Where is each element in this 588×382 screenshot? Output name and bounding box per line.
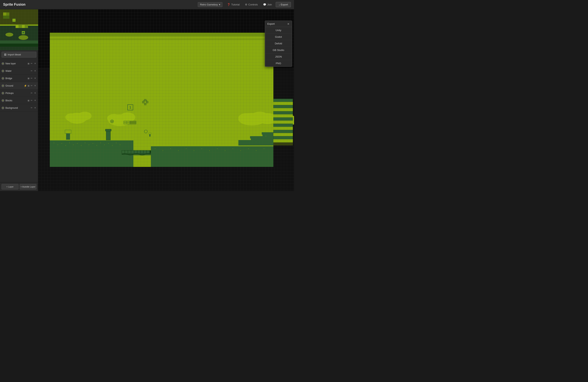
layer-actions: ▦ ✏ ✕ <box>28 77 36 80</box>
svg-point-16 <box>5 33 13 37</box>
layer-edit-icon[interactable]: ✏ <box>30 70 33 72</box>
join-button[interactable]: 💬 Join <box>262 2 273 7</box>
svg-rect-85 <box>238 138 251 140</box>
canvas-area[interactable]: 1 <box>38 9 294 191</box>
project-selector[interactable]: Retro Gameboy ▾ <box>198 2 222 7</box>
layer-visibility-toggle[interactable]: ● <box>1 106 4 109</box>
layer-delete-icon[interactable]: ✕ <box>34 77 36 80</box>
svg-rect-90 <box>131 150 134 153</box>
svg-rect-88 <box>125 150 128 153</box>
svg-rect-84 <box>238 139 251 146</box>
svg-rect-54 <box>96 145 97 146</box>
layer-name: Pickups <box>5 92 29 95</box>
svg-rect-70 <box>201 149 202 149</box>
export-dropdown-title: Export <box>267 22 275 25</box>
layer-actions: ✏ ✕ <box>30 92 36 94</box>
svg-rect-45 <box>62 143 62 144</box>
svg-rect-5 <box>3 12 6 16</box>
layer-edit-icon[interactable]: ✏ <box>30 62 33 65</box>
svg-rect-15 <box>25 25 28 28</box>
export-option-png[interactable]: PNG <box>265 60 292 66</box>
layer-delete-icon[interactable]: ✕ <box>34 106 36 109</box>
svg-rect-48 <box>73 145 74 145</box>
svg-rect-56 <box>104 145 105 145</box>
layer-actions: ✏ ✕ <box>30 106 36 109</box>
controls-button[interactable]: ⚙ Controls <box>243 2 259 7</box>
svg-rect-118 <box>66 133 70 140</box>
svg-rect-89 <box>128 150 131 153</box>
layer-edit-icon[interactable]: ✏ <box>30 99 33 102</box>
main-layout: 1 🖼 Import tileset <box>0 9 294 191</box>
svg-rect-77 <box>256 150 256 151</box>
svg-rect-134 <box>273 133 293 136</box>
svg-rect-127 <box>273 111 293 114</box>
export-close-button[interactable]: ✕ <box>287 22 290 25</box>
layer-edit-icon[interactable]: ✏ <box>30 77 33 80</box>
layer-visibility-toggle[interactable]: ● <box>1 99 4 102</box>
svg-rect-119 <box>65 130 71 133</box>
svg-rect-76 <box>248 149 249 149</box>
svg-rect-65 <box>163 150 163 151</box>
svg-point-116 <box>111 121 113 122</box>
layer-item: ● Background ✏ ✕ <box>0 104 38 112</box>
svg-rect-50 <box>81 145 82 146</box>
layer-grid-icon: ▦ <box>28 63 29 64</box>
svg-rect-108 <box>142 101 144 103</box>
svg-rect-136 <box>273 139 293 142</box>
export-option-json[interactable]: JSON <box>265 53 292 60</box>
svg-rect-69 <box>194 150 194 151</box>
layer-delete-icon[interactable]: ✕ <box>34 70 36 72</box>
app-logo: Sprite Fusion <box>3 2 25 7</box>
layer-visibility-toggle[interactable]: ● <box>1 77 4 80</box>
layer-visibility-toggle[interactable]: ● <box>1 62 4 65</box>
layer-name: Blocks <box>5 99 26 102</box>
svg-rect-66 <box>170 149 171 149</box>
controls-icon: ⚙ <box>245 3 247 6</box>
svg-rect-111 <box>144 103 146 105</box>
layer-item: ● Pickups ✏ ✕ <box>0 89 38 97</box>
layer-visibility-toggle[interactable]: ● <box>1 92 4 95</box>
export-option-defold[interactable]: Defold <box>265 40 292 47</box>
layer-name: Background <box>5 106 29 109</box>
import-tileset-button[interactable]: 🖼 Import tileset <box>1 52 36 58</box>
layer-delete-icon[interactable]: ✕ <box>34 99 36 102</box>
svg-rect-80 <box>262 131 273 132</box>
svg-rect-130 <box>273 121 293 124</box>
layer-delete-icon[interactable]: ✕ <box>34 85 36 87</box>
export-option-unity[interactable]: Unity <box>265 27 292 34</box>
layer-edit-icon[interactable]: ✏ <box>30 106 33 109</box>
add-layer-button[interactable]: + Layer <box>1 184 19 190</box>
layer-item: ● Water ✏ ✕ <box>0 67 38 75</box>
layer-delete-icon[interactable]: ✕ <box>34 62 36 65</box>
svg-rect-59 <box>116 143 116 143</box>
svg-rect-81 <box>266 136 266 136</box>
svg-rect-58 <box>112 145 113 146</box>
chevron-down-icon: ▾ <box>219 3 220 6</box>
export-button[interactable]: ↓ Export <box>276 2 291 7</box>
export-option-gbstudio[interactable]: GB Studio <box>265 47 292 53</box>
svg-point-31 <box>65 113 77 121</box>
layer-actions: ✏ ✕ <box>30 70 36 72</box>
svg-rect-57 <box>108 143 109 144</box>
layer-edit-icon[interactable]: ✏ <box>30 85 33 87</box>
svg-rect-133 <box>273 130 293 133</box>
svg-rect-62 <box>151 146 273 167</box>
project-name: Retro Gameboy <box>200 3 218 6</box>
layer-visibility-toggle[interactable]: ● <box>1 85 4 87</box>
svg-rect-79 <box>262 131 273 146</box>
tutorial-button[interactable]: ❓ Tutorial <box>226 2 241 7</box>
layer-edit-icon[interactable]: ✏ <box>30 92 33 94</box>
layer-visibility-toggle[interactable]: ● <box>1 70 4 72</box>
layer-name: Ground <box>5 85 23 87</box>
svg-rect-71 <box>209 150 210 151</box>
svg-rect-55 <box>100 143 101 143</box>
svg-rect-12 <box>16 25 19 28</box>
svg-rect-64 <box>155 149 155 149</box>
sidebar: 1 🖼 Import tileset <box>0 9 38 191</box>
layer-delete-icon[interactable]: ✕ <box>34 92 36 94</box>
layer-grid-icon: ▦ <box>28 85 29 87</box>
svg-text:1: 1 <box>13 19 15 21</box>
layer-name: Water <box>5 70 29 72</box>
add-autotile-layer-button[interactable]: + Autotile Layer <box>20 184 37 190</box>
export-option-godot[interactable]: Godot <box>265 34 292 40</box>
